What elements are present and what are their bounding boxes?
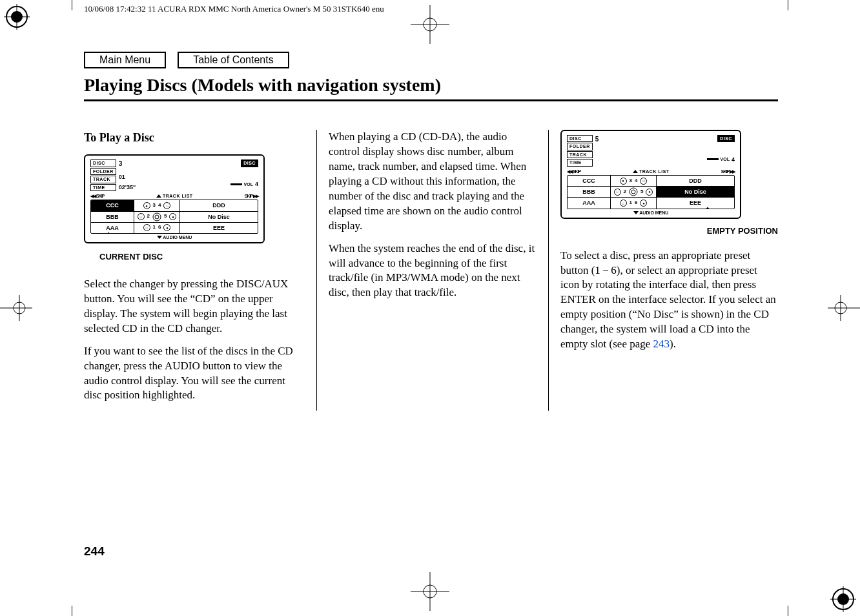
crosshair-icon (411, 572, 449, 611)
vol-label: VOL (721, 156, 730, 162)
track-number: 01 (119, 173, 136, 181)
vol-value: 4 (255, 180, 258, 188)
disc-badge: DISC (717, 135, 735, 142)
preset-icon: ○ (640, 178, 647, 185)
preset-eee: EEE (180, 223, 258, 233)
body-text-part: To select a disc, press an appropriate p… (560, 249, 776, 351)
preset-icon: ○ (143, 224, 150, 231)
column-1: To Play a Disc DISC FOLDER TRACK TIME (84, 130, 316, 411)
audio-menu-label: AUDIO MENU (639, 210, 668, 215)
audio-menu-label: AUDIO MENU (163, 235, 192, 240)
preset-icon: ● (169, 213, 176, 220)
triangle-down-icon (157, 236, 162, 239)
preset-1: 1 (153, 224, 156, 231)
preset-icon: ○ (620, 200, 627, 207)
skip-back-label: ◀◀ SKIP (567, 169, 580, 174)
preset-ccc: CCC (568, 176, 611, 186)
crosshair-icon (0, 295, 32, 321)
preset-no-disc: No Disc (180, 212, 258, 222)
crop-mark (72, 0, 72, 10)
preset-icon: ● (640, 200, 647, 207)
preset-4: 4 (158, 202, 161, 209)
audio-display-figure-2: DISC FOLDER TRACK TIME 5 DISC VOL 4 (560, 130, 741, 219)
registration-mark-icon (830, 586, 856, 612)
preset-6: 6 (158, 224, 161, 231)
content-area: Main Menu Table of Contents Playing Disc… (84, 52, 778, 411)
time-label: TIME (90, 184, 116, 191)
preset-3: 3 (153, 202, 156, 209)
folder-label: FOLDER (567, 143, 593, 150)
preset-icon: ○ (163, 202, 170, 209)
columns: To Play a Disc DISC FOLDER TRACK TIME (84, 130, 778, 411)
preset-icon: ● (143, 202, 150, 209)
page: 10/06/08 17:42:32 11 ACURA RDX MMC North… (0, 0, 860, 616)
preset-2: 2 (147, 213, 150, 220)
preset-bbb: BBB (91, 212, 134, 222)
preset-3: 3 (630, 178, 632, 185)
preset-6: 6 (635, 200, 637, 207)
track-label: TRACK (567, 151, 593, 158)
crop-mark (788, 606, 788, 616)
track-label: TRACK (90, 176, 116, 183)
vol-label: VOL (244, 181, 253, 187)
preset-ccc: CCC (91, 200, 134, 210)
body-text: If you want to see the list of the discs… (84, 344, 305, 404)
crop-mark (72, 606, 72, 616)
disc-badge: DISC (241, 159, 258, 167)
preset-5: 5 (640, 189, 643, 196)
triangle-up-icon (633, 170, 638, 173)
main-menu-button[interactable]: Main Menu (84, 52, 166, 68)
preset-4: 4 (635, 178, 637, 185)
disc-label: DISC (90, 159, 116, 167)
preset-5: 5 (164, 213, 167, 220)
preset-icon: ○ (138, 213, 145, 220)
skip-fwd-label: SKIP ▶▶ (245, 193, 258, 199)
volume-bar-icon (707, 158, 719, 160)
audio-display-figure-1: DISC FOLDER TRACK TIME 3 01 02'35'' (84, 154, 265, 243)
skip-fwd-label: SKIP ▶▶ (721, 169, 735, 174)
subheading: To Play a Disc (84, 130, 305, 145)
crop-mark (788, 0, 788, 10)
page-number: 244 (84, 544, 105, 559)
preset-icon: ○ (614, 189, 621, 196)
svg-point-23 (630, 188, 637, 196)
svg-point-21 (155, 215, 159, 219)
preset-icon: ● (620, 178, 627, 185)
registration-mark-icon (4, 4, 30, 30)
crosshair-icon (411, 5, 449, 44)
preset-bbb: BBB (568, 187, 611, 197)
table-of-contents-button[interactable]: Table of Contents (178, 52, 289, 68)
triangle-down-icon (633, 211, 639, 214)
preset-icon: ● (646, 189, 653, 196)
nav-buttons: Main Menu Table of Contents (84, 52, 778, 68)
triangle-up-icon (156, 194, 161, 198)
svg-point-24 (631, 190, 635, 194)
track-list-label: TRACK LIST (163, 194, 193, 198)
preset-no-disc: No Disc (657, 187, 734, 197)
preset-2: 2 (624, 189, 626, 196)
disc-label: DISC (567, 135, 593, 142)
disc-number: 5 (595, 135, 599, 144)
svg-point-20 (153, 213, 161, 221)
dial-icon (152, 212, 161, 221)
skip-back-label: ◀◀ SKIP (90, 193, 104, 199)
body-text: When playing a CD (CD-DA), the audio con… (329, 130, 537, 234)
disc-number: 3 (119, 159, 136, 169)
preset-ddd: DDD (657, 176, 734, 186)
header-timestamp: 10/06/08 17:42:32 11 ACURA RDX MMC North… (84, 4, 384, 14)
current-disc-label: CURRENT DISC (99, 251, 305, 263)
page-title: Playing Discs (Models with navigation sy… (84, 72, 778, 101)
body-text: To select a disc, press an appropriate p… (560, 249, 778, 353)
column-2: When playing a CD (CD-DA), the audio con… (316, 130, 549, 411)
folder-label: FOLDER (90, 168, 116, 175)
track-list-label: TRACK LIST (639, 169, 670, 174)
page-link-243[interactable]: 243 (653, 338, 670, 350)
body-text: When the system reaches the end of the d… (329, 241, 537, 301)
volume-bar-icon (230, 183, 242, 185)
preset-aaa: AAA (568, 198, 611, 208)
preset-eee: EEE (657, 198, 734, 208)
column-3: DISC FOLDER TRACK TIME 5 DISC VOL 4 (549, 130, 778, 411)
vol-value: 4 (732, 156, 735, 163)
empty-position-label: EMPTY POSITION (560, 225, 778, 237)
body-text: Select the changer by pressing the DISC/… (84, 277, 305, 336)
